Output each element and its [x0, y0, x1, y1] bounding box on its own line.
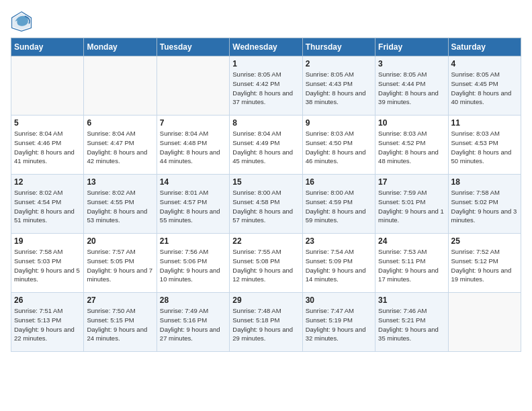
day-number: 20	[87, 236, 153, 246]
calendar-cell	[157, 56, 229, 116]
calendar-table: SundayMondayTuesdayWednesdayThursdayFrid…	[11, 38, 521, 352]
day-info: Sunrise: 8:05 AM Sunset: 4:42 PM Dayligh…	[232, 70, 299, 107]
calendar-cell: 10Sunrise: 8:03 AM Sunset: 4:52 PM Dayli…	[375, 116, 448, 175]
calendar-cell: 22Sunrise: 7:55 AM Sunset: 5:08 PM Dayli…	[230, 234, 302, 293]
day-info: Sunrise: 7:57 AM Sunset: 5:05 PM Dayligh…	[87, 247, 153, 284]
logo	[11, 11, 35, 32]
day-info: Sunrise: 8:04 AM Sunset: 4:47 PM Dayligh…	[87, 129, 153, 166]
calendar-cell: 15Sunrise: 8:00 AM Sunset: 4:58 PM Dayli…	[230, 175, 302, 234]
calendar-cell: 9Sunrise: 8:03 AM Sunset: 4:50 PM Daylig…	[302, 116, 375, 175]
day-number: 13	[87, 177, 153, 187]
calendar-cell: 19Sunrise: 7:58 AM Sunset: 5:03 PM Dayli…	[11, 234, 84, 293]
day-number: 21	[160, 236, 226, 246]
calendar-cell: 18Sunrise: 7:58 AM Sunset: 5:02 PM Dayli…	[448, 175, 521, 234]
calendar-cell: 11Sunrise: 8:03 AM Sunset: 4:53 PM Dayli…	[448, 116, 521, 175]
calendar-cell: 3Sunrise: 8:05 AM Sunset: 4:44 PM Daylig…	[375, 56, 448, 116]
logo-icon	[11, 11, 32, 32]
calendar-cell: 23Sunrise: 7:54 AM Sunset: 5:09 PM Dayli…	[302, 234, 375, 293]
calendar-cell	[11, 56, 84, 116]
day-number: 19	[14, 236, 81, 246]
day-number: 7	[160, 118, 226, 128]
calendar-cell: 4Sunrise: 8:05 AM Sunset: 4:45 PM Daylig…	[448, 56, 521, 116]
day-of-week-header: Saturday	[448, 38, 521, 56]
day-info: Sunrise: 8:04 AM Sunset: 4:49 PM Dayligh…	[232, 129, 299, 166]
calendar-header: SundayMondayTuesdayWednesdayThursdayFrid…	[11, 38, 521, 56]
calendar-cell: 20Sunrise: 7:57 AM Sunset: 5:05 PM Dayli…	[84, 234, 157, 293]
day-info: Sunrise: 8:04 AM Sunset: 4:48 PM Dayligh…	[160, 129, 226, 166]
day-number: 18	[451, 177, 518, 187]
day-of-week-header: Wednesday	[230, 38, 302, 56]
calendar-cell: 24Sunrise: 7:53 AM Sunset: 5:11 PM Dayli…	[375, 234, 448, 293]
calendar-cell: 7Sunrise: 8:04 AM Sunset: 4:48 PM Daylig…	[157, 116, 229, 175]
day-number: 25	[451, 236, 518, 246]
calendar-cell: 16Sunrise: 8:00 AM Sunset: 4:59 PM Dayli…	[302, 175, 375, 234]
day-number: 23	[306, 236, 372, 246]
calendar-cell: 12Sunrise: 8:02 AM Sunset: 4:54 PM Dayli…	[11, 175, 84, 234]
day-number: 6	[87, 118, 153, 128]
day-info: Sunrise: 8:03 AM Sunset: 4:50 PM Dayligh…	[306, 129, 372, 166]
day-number: 4	[451, 59, 518, 68]
day-number: 30	[306, 295, 372, 305]
calendar-cell: 29Sunrise: 7:48 AM Sunset: 5:18 PM Dayli…	[230, 293, 302, 352]
calendar-week-row: 1Sunrise: 8:05 AM Sunset: 4:42 PM Daylig…	[11, 56, 521, 116]
day-info: Sunrise: 7:55 AM Sunset: 5:08 PM Dayligh…	[232, 247, 299, 284]
calendar-cell: 1Sunrise: 8:05 AM Sunset: 4:42 PM Daylig…	[230, 56, 302, 116]
day-info: Sunrise: 7:58 AM Sunset: 5:03 PM Dayligh…	[14, 247, 81, 284]
calendar-cell: 28Sunrise: 7:49 AM Sunset: 5:16 PM Dayli…	[157, 293, 229, 352]
day-number: 10	[378, 118, 445, 128]
calendar-cell: 27Sunrise: 7:50 AM Sunset: 5:15 PM Dayli…	[84, 293, 157, 352]
day-info: Sunrise: 8:03 AM Sunset: 4:52 PM Dayligh…	[378, 129, 445, 166]
day-info: Sunrise: 8:00 AM Sunset: 4:58 PM Dayligh…	[232, 188, 299, 225]
calendar-cell: 5Sunrise: 8:04 AM Sunset: 4:46 PM Daylig…	[11, 116, 84, 175]
calendar-cell	[84, 56, 157, 116]
page-header	[11, 11, 521, 32]
calendar-cell: 14Sunrise: 8:01 AM Sunset: 4:57 PM Dayli…	[157, 175, 229, 234]
day-info: Sunrise: 7:49 AM Sunset: 5:16 PM Dayligh…	[160, 306, 226, 343]
day-of-week-header: Monday	[84, 38, 157, 56]
day-info: Sunrise: 7:56 AM Sunset: 5:06 PM Dayligh…	[160, 247, 226, 284]
calendar-week-row: 5Sunrise: 8:04 AM Sunset: 4:46 PM Daylig…	[11, 116, 521, 175]
day-info: Sunrise: 8:03 AM Sunset: 4:53 PM Dayligh…	[451, 129, 518, 166]
calendar-cell	[448, 293, 521, 352]
day-info: Sunrise: 7:59 AM Sunset: 5:01 PM Dayligh…	[378, 188, 445, 225]
day-info: Sunrise: 7:47 AM Sunset: 5:19 PM Dayligh…	[306, 306, 372, 343]
day-number: 9	[306, 118, 372, 128]
day-info: Sunrise: 7:51 AM Sunset: 5:13 PM Dayligh…	[14, 306, 81, 343]
day-number: 8	[232, 118, 299, 128]
day-info: Sunrise: 8:02 AM Sunset: 4:54 PM Dayligh…	[14, 188, 81, 225]
day-info: Sunrise: 8:01 AM Sunset: 4:57 PM Dayligh…	[160, 188, 226, 225]
day-info: Sunrise: 8:05 AM Sunset: 4:44 PM Dayligh…	[378, 70, 445, 107]
calendar-cell: 21Sunrise: 7:56 AM Sunset: 5:06 PM Dayli…	[157, 234, 229, 293]
calendar-cell: 13Sunrise: 8:02 AM Sunset: 4:55 PM Dayli…	[84, 175, 157, 234]
calendar-body: 1Sunrise: 8:05 AM Sunset: 4:42 PM Daylig…	[11, 56, 521, 352]
day-info: Sunrise: 8:04 AM Sunset: 4:46 PM Dayligh…	[14, 129, 81, 166]
calendar-cell: 31Sunrise: 7:46 AM Sunset: 5:21 PM Dayli…	[375, 293, 448, 352]
day-info: Sunrise: 8:02 AM Sunset: 4:55 PM Dayligh…	[87, 188, 153, 225]
days-of-week-row: SundayMondayTuesdayWednesdayThursdayFrid…	[11, 38, 521, 56]
calendar-cell: 8Sunrise: 8:04 AM Sunset: 4:49 PM Daylig…	[230, 116, 302, 175]
calendar-cell: 26Sunrise: 7:51 AM Sunset: 5:13 PM Dayli…	[11, 293, 84, 352]
calendar-cell: 25Sunrise: 7:52 AM Sunset: 5:12 PM Dayli…	[448, 234, 521, 293]
day-info: Sunrise: 8:00 AM Sunset: 4:59 PM Dayligh…	[306, 188, 372, 225]
day-info: Sunrise: 8:05 AM Sunset: 4:45 PM Dayligh…	[451, 70, 518, 107]
day-of-week-header: Tuesday	[157, 38, 229, 56]
day-number: 29	[232, 295, 299, 305]
day-number: 11	[451, 118, 518, 128]
day-number: 1	[232, 59, 299, 68]
day-number: 28	[160, 295, 226, 305]
calendar-cell: 17Sunrise: 7:59 AM Sunset: 5:01 PM Dayli…	[375, 175, 448, 234]
day-info: Sunrise: 7:50 AM Sunset: 5:15 PM Dayligh…	[87, 306, 153, 343]
day-number: 17	[378, 177, 445, 187]
day-number: 12	[14, 177, 81, 187]
day-info: Sunrise: 7:54 AM Sunset: 5:09 PM Dayligh…	[306, 247, 372, 284]
day-number: 2	[306, 59, 372, 68]
day-number: 5	[14, 118, 81, 128]
calendar-week-row: 12Sunrise: 8:02 AM Sunset: 4:54 PM Dayli…	[11, 175, 521, 234]
day-info: Sunrise: 7:53 AM Sunset: 5:11 PM Dayligh…	[378, 247, 445, 284]
day-number: 14	[160, 177, 226, 187]
calendar-week-row: 26Sunrise: 7:51 AM Sunset: 5:13 PM Dayli…	[11, 293, 521, 352]
day-number: 26	[14, 295, 81, 305]
day-number: 3	[378, 59, 445, 68]
day-info: Sunrise: 7:46 AM Sunset: 5:21 PM Dayligh…	[378, 306, 445, 343]
day-number: 27	[87, 295, 153, 305]
